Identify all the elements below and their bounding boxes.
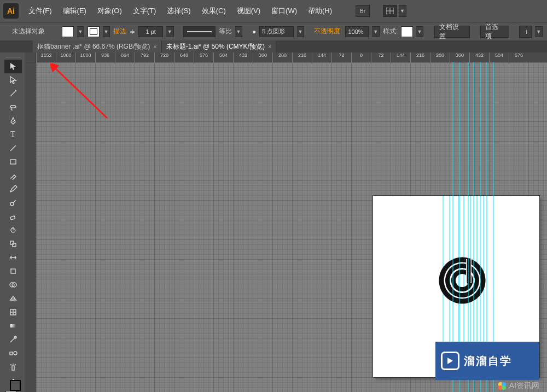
artwork-logo[interactable] — [439, 257, 486, 304]
menu-select[interactable]: 选择(S) — [161, 6, 196, 16]
pencil-tool[interactable] — [4, 183, 22, 196]
selection-tool[interactable] — [4, 60, 22, 73]
menu-view[interactable]: 视图(V) — [231, 6, 266, 16]
document-tab-1[interactable]: 枢猫banner .ai* @ 66.67% (RGB/预览) × — [33, 40, 162, 52]
menu-bar: Ai 文件(F) 编辑(E) 对象(O) 文字(T) 选择(S) 效果(C) 视… — [0, 0, 547, 22]
document-setup-button[interactable]: 文档设置 — [434, 26, 470, 38]
stroke-swatch[interactable] — [88, 26, 99, 37]
watermark-banner: 溜溜自学 — [435, 342, 539, 380]
svg-rect-21 — [12, 366, 14, 370]
menu-effect[interactable]: 效果(C) — [196, 6, 231, 16]
brush-dropdown[interactable]: ▼ — [297, 26, 305, 37]
svg-point-48 — [502, 385, 506, 390]
stroke-weight-input[interactable]: 1 pt — [138, 26, 163, 37]
ruler-origin[interactable] — [26, 52, 36, 62]
svg-point-22 — [10, 364, 11, 365]
free-transform-tool[interactable] — [4, 265, 22, 278]
lasso-tool[interactable] — [4, 101, 22, 114]
svg-point-24 — [15, 364, 16, 365]
menu-object[interactable]: 对象(O) — [92, 6, 127, 16]
uniform-dropdown[interactable]: ▼ — [235, 26, 243, 37]
vertical-ruler[interactable] — [26, 62, 36, 392]
blob-brush-tool[interactable] — [4, 196, 22, 209]
document-tab-2[interactable]: 未标题-1.ai* @ 50% (CMYK/预览) × — [162, 40, 277, 52]
graphic-style-swatch[interactable] — [401, 26, 412, 37]
workspace: T 11521080100893686479272064857650443236… — [0, 52, 547, 392]
type-tool[interactable]: T — [4, 128, 22, 141]
blend-tool[interactable] — [4, 347, 22, 360]
scale-tool[interactable] — [4, 237, 22, 250]
direct-selection-tool[interactable] — [4, 73, 22, 86]
svg-point-3 — [15, 90, 16, 91]
opacity-input[interactable]: 100% — [345, 26, 369, 37]
width-tool[interactable] — [4, 251, 22, 264]
close-tab-icon[interactable]: × — [268, 43, 271, 50]
menu-edit[interactable]: 编辑(E) — [57, 6, 92, 16]
preferences-button[interactable]: 首选项 — [480, 26, 509, 38]
svg-point-13 — [15, 273, 16, 274]
svg-rect-17 — [10, 324, 16, 327]
stroke-label: 描边 — [113, 27, 126, 36]
control-bar: 未选择对象 ▼ ▼ 描边 ≑ 1 pt▼ 等比▼ ● 5 点圆形▼ 不透明度: … — [0, 22, 547, 40]
svg-rect-19 — [10, 352, 13, 355]
svg-rect-10 — [13, 243, 16, 247]
perspective-grid-tool[interactable] — [4, 292, 22, 305]
svg-point-23 — [13, 364, 14, 365]
flower-icon — [497, 381, 507, 391]
close-tab-icon[interactable]: × — [153, 43, 156, 50]
pen-tool[interactable] — [4, 114, 22, 127]
fill-dropdown[interactable]: ▼ — [77, 26, 85, 37]
rotate-tool[interactable] — [4, 224, 22, 237]
arrange-documents-dropdown[interactable]: ▼ — [399, 5, 406, 17]
watermark-text: 溜溜自学 — [464, 354, 512, 368]
fill-swatch[interactable] — [62, 26, 73, 37]
paintbrush-tool[interactable] — [4, 169, 22, 182]
fill-stroke-control[interactable] — [4, 390, 22, 392]
opacity-dropdown[interactable]: ▼ — [372, 26, 380, 37]
menu-window[interactable]: 窗口(W) — [266, 6, 302, 16]
tool-panel: T — [0, 52, 26, 392]
svg-point-4 — [13, 121, 14, 122]
horizontal-ruler[interactable]: 1152108010089368647927206485765044323602… — [36, 52, 547, 62]
gradient-tool[interactable] — [4, 319, 22, 332]
selection-status: 未选择对象 — [12, 27, 45, 36]
svg-rect-6 — [10, 160, 16, 164]
graphic-style-dropdown[interactable]: ▼ — [416, 26, 424, 37]
align-dropdown[interactable]: ▼ — [535, 26, 543, 37]
tool-grip[interactable] — [5, 57, 21, 58]
svg-rect-8 — [10, 215, 15, 219]
variable-width-profile[interactable] — [183, 26, 215, 37]
watermark-sub-text: AI资讯网 — [509, 381, 539, 391]
uniform-label: 等比 — [219, 27, 232, 36]
eyedropper-tool[interactable] — [4, 333, 22, 346]
document-tab-bar: 枢猫banner .ai* @ 66.67% (RGB/预览) × 未标题-1.… — [0, 40, 547, 52]
watermark-sub: AI资讯网 — [497, 381, 539, 391]
canvas[interactable]: 1152108010089368647927206485765044323602… — [26, 52, 547, 392]
shape-builder-tool[interactable] — [4, 278, 22, 291]
arrange-documents-button[interactable] — [383, 5, 397, 17]
opacity-label: 不透明度: — [314, 27, 342, 36]
stroke-dropdown[interactable]: ▼ — [103, 26, 110, 37]
document-tab-label: 枢猫banner .ai* @ 66.67% (RGB/预览) — [37, 42, 150, 51]
mesh-tool[interactable] — [4, 306, 22, 319]
menu-type[interactable]: 文字(T) — [127, 6, 162, 16]
symbol-sprayer-tool[interactable] — [4, 360, 22, 373]
align-button[interactable]: ⫞ — [519, 26, 532, 38]
bridge-button[interactable]: Br — [356, 5, 370, 17]
play-icon — [441, 352, 459, 370]
magic-wand-tool[interactable] — [4, 87, 22, 100]
app-logo: Ai — [3, 3, 19, 19]
svg-line-5 — [10, 145, 16, 151]
line-tool[interactable] — [4, 142, 22, 155]
brush-definition[interactable]: 5 点圆形 — [259, 26, 293, 37]
eraser-tool[interactable] — [4, 210, 22, 223]
menu-file[interactable]: 文件(F) — [23, 6, 57, 16]
svg-point-20 — [14, 352, 17, 355]
stroke-weight-dropdown[interactable]: ▼ — [166, 26, 174, 37]
rectangle-tool[interactable] — [4, 155, 22, 168]
menu-help[interactable]: 帮助(H) — [302, 6, 337, 16]
document-tab-label: 未标题-1.ai* @ 50% (CMYK/预览) — [166, 42, 265, 51]
svg-rect-11 — [11, 269, 15, 273]
style-label: 样式: — [383, 27, 398, 36]
svg-rect-9 — [10, 241, 14, 244]
